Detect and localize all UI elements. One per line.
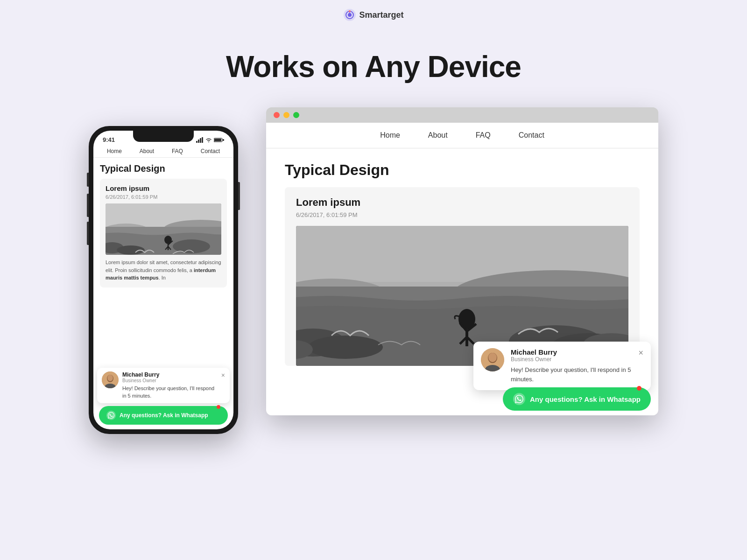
desktop-chat-role: Business Owner — [511, 356, 632, 363]
phone-whatsapp-label: Any questions? Ask in Whatsapp — [120, 412, 208, 419]
desktop-chat-popup: Michael Burry Business Owner Hey! Descri… — [473, 342, 651, 390]
browser-titlebar — [266, 107, 658, 123]
signal-icon — [196, 137, 204, 143]
desktop-whatsapp-icon — [513, 393, 525, 405]
phone-screen: 9:41 — [93, 131, 233, 429]
phone-nav-contact[interactable]: Contact — [201, 148, 220, 154]
svg-rect-5 — [196, 141, 197, 143]
desktop-chat-name: Michael Burry — [511, 348, 632, 356]
browser-nav-faq[interactable]: FAQ — [476, 131, 491, 140]
phone-card-body: Lorem ipsum dolor sit amet, consectetur … — [106, 259, 221, 282]
desktop-whatsapp-button[interactable]: Any questions? Ask in Whatsapp — [503, 387, 651, 411]
phone-card-image — [106, 203, 221, 255]
browser-maximize-button[interactable] — [293, 112, 299, 118]
browser-nav-about[interactable]: About — [428, 131, 448, 140]
logo-text: Smartarget — [359, 10, 403, 20]
phone-card-title: Lorem ipsum — [106, 184, 221, 192]
phone-volume-up-button — [87, 194, 89, 217]
phone-nav-about[interactable]: About — [140, 148, 154, 154]
desktop-whatsapp-label: Any questions? Ask in Whatsapp — [530, 395, 641, 403]
phone-nav: Home About FAQ Contact — [93, 145, 233, 158]
main-headline: Works on Any Device — [226, 49, 521, 84]
desktop-chat-close-button[interactable]: × — [638, 348, 643, 358]
status-time: 9:41 — [103, 136, 115, 143]
desktop-chat-info: Michael Burry Business Owner Hey! Descri… — [511, 348, 632, 384]
phone-chat-name: Michael Burry — [122, 371, 218, 378]
desktop-chat-message: Hey! Describe your question, I'll respon… — [511, 365, 632, 384]
browser-card: Lorem ipsum 6/26/2017, 6:01:59 PM — [285, 187, 640, 366]
phone-nav-home[interactable]: Home — [107, 148, 122, 154]
browser-close-button[interactable] — [274, 112, 280, 118]
svg-rect-8 — [202, 137, 203, 143]
browser-card-date: 6/26/2017, 6:01:59 PM — [296, 211, 628, 218]
desktop-browser-mockup: Home About FAQ Contact Typical Design Lo… — [266, 107, 658, 415]
browser-nav: Home About FAQ Contact — [266, 123, 658, 148]
svg-rect-7 — [200, 138, 201, 143]
battery-icon — [214, 137, 224, 143]
status-icons — [196, 137, 224, 143]
phone-nav-faq[interactable]: FAQ — [172, 148, 183, 154]
svg-point-34 — [308, 336, 383, 359]
svg-point-27 — [107, 375, 113, 381]
phone-whatsapp-button[interactable]: Any questions? Ask in Whatsapp — [99, 406, 228, 425]
phone-content: Typical Design Lorem ipsum 6/26/2017, 6:… — [93, 158, 233, 297]
svg-rect-10 — [214, 139, 221, 141]
phone-card: Lorem ipsum 6/26/2017, 6:01:59 PM — [100, 179, 227, 287]
browser-nav-contact[interactable]: Contact — [519, 131, 544, 140]
svg-point-3 — [349, 10, 351, 12]
svg-rect-11 — [223, 139, 224, 141]
phone-card-date: 6/26/2017, 6:01:59 PM — [106, 194, 221, 200]
phone-power-button — [238, 182, 240, 210]
phone-mute-button — [87, 173, 89, 187]
phone-chat-info: Michael Burry Business Owner Hey! Descri… — [122, 371, 218, 399]
phone-chat-message: Hey! Describe your question, I'll respon… — [122, 385, 218, 399]
svg-point-47 — [488, 353, 497, 362]
phone-whatsapp-notification-dot — [217, 405, 220, 409]
phone-chat-avatar — [102, 371, 119, 388]
browser-card-title: Lorem ipsum — [296, 196, 628, 209]
devices-container: 9:41 — [89, 107, 658, 434]
phone-chat-role: Business Owner — [122, 378, 218, 383]
phone-whatsapp-icon — [106, 411, 116, 420]
browser-page-title: Typical Design — [285, 161, 640, 179]
phone-volume-down-button — [87, 222, 89, 245]
browser-minimize-button[interactable] — [283, 112, 289, 118]
wifi-icon — [205, 137, 212, 143]
desktop-whatsapp-notification-dot — [637, 386, 641, 391]
svg-rect-6 — [198, 140, 199, 143]
phone-mockup: 9:41 — [89, 126, 238, 434]
smartarget-logo-icon — [343, 8, 356, 21]
browser-nav-home[interactable]: Home — [380, 131, 400, 140]
logo: Smartarget — [343, 8, 403, 21]
phone-chat-popup: Michael Burry Business Owner Hey! Descri… — [97, 368, 230, 403]
phone-notch — [133, 131, 194, 142]
desktop-chat-avatar — [481, 348, 504, 371]
browser-content: Home About FAQ Contact Typical Design Lo… — [266, 123, 658, 415]
phone-chat-close-button[interactable]: × — [221, 371, 225, 379]
phone-page-title: Typical Design — [100, 163, 227, 174]
